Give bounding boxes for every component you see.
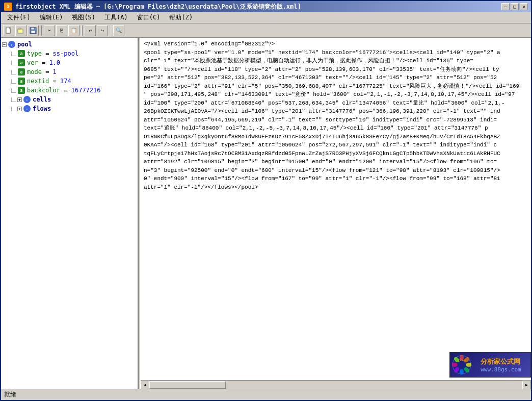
status-text: 就绪	[4, 390, 16, 399]
tree-panel[interactable]: − ε pool a type = ss-pool	[1, 38, 139, 389]
tree-attr-mode[interactable]: a mode = 1	[1, 67, 138, 77]
svg-text:ε: ε	[26, 98, 28, 102]
tree-node-cells[interactable]: + ε cells	[1, 95, 138, 104]
undo-button[interactable]: ↩	[85, 25, 96, 36]
svg-text:ε: ε	[11, 43, 13, 47]
cells-node-label: cells	[33, 96, 51, 103]
watermark-line1: 分析家公式网	[481, 357, 521, 366]
attr-backcolor-label: backcolor = 16777216	[27, 87, 101, 94]
attr-icon-nextid: a	[17, 77, 25, 85]
cells-node-icon: ε	[23, 95, 31, 104]
separator-2	[82, 26, 83, 36]
attr-mode-label: mode = 1	[27, 68, 57, 76]
watermark: 分析 家 分析家公式网 www.88gs.com	[449, 352, 531, 378]
separator-1	[41, 26, 42, 36]
titlebar-controls: — □ ✕	[501, 3, 528, 10]
menu-help[interactable]: 帮助(Z)	[165, 12, 197, 23]
watermark-logo-icon: 分析 家	[452, 355, 471, 374]
editor-panel: <?xml version="1.0" encoding="GB2312"?> …	[141, 38, 531, 389]
new-button[interactable]	[3, 25, 14, 36]
titlebar-left: X firstobject XML 编辑器 – [G:\Program File…	[4, 3, 301, 11]
watermark-line2: www.88gs.com	[481, 366, 521, 373]
attr-icon-type: a	[17, 49, 25, 58]
statusbar-status: 就绪	[4, 390, 16, 399]
scroll-right-button[interactable]: ▶	[522, 381, 531, 389]
tree-node-flows[interactable]: + ε flows	[1, 104, 138, 113]
root-node-label: pool	[17, 41, 32, 48]
copy-button[interactable]: ⎘	[56, 25, 67, 36]
redo-button[interactable]: ↪	[97, 25, 108, 36]
svg-text:ε: ε	[26, 107, 28, 111]
save-button[interactable]	[28, 25, 39, 36]
find-button[interactable]: 🔍	[113, 25, 124, 36]
tree-attr-ver[interactable]: a ver = 1.0	[1, 58, 138, 67]
pool-node-icon: ε	[8, 40, 16, 48]
attr-icon-backcolor: a	[17, 86, 25, 94]
tree-attr-type[interactable]: a type = ss-pool	[1, 49, 138, 58]
horizontal-scrollbar[interactable]: ◀ ▶	[141, 380, 531, 389]
toolbar: ✂ ⎘ 📋 ↩ ↪ 🔍	[1, 23, 531, 38]
scroll-thumb[interactable]	[149, 381, 226, 389]
scroll-track[interactable]	[149, 381, 522, 389]
cells-expand-icon[interactable]: +	[17, 97, 22, 102]
svg-rect-5	[31, 31, 35, 33]
attr-ver-label: ver = 1.0	[27, 59, 60, 66]
main-window: X firstobject XML 编辑器 – [G:\Program File…	[0, 0, 532, 401]
separator-3	[110, 26, 111, 36]
xml-editor[interactable]: <?xml version="1.0" encoding="GB2312"?> …	[141, 38, 531, 380]
window-title: firstobject XML 编辑器 – [G:\Program Files\…	[15, 3, 301, 11]
titlebar: X firstobject XML 编辑器 – [G:\Program File…	[1, 1, 531, 12]
flows-node-label: flows	[33, 105, 51, 112]
menu-window[interactable]: 窗口(C)	[133, 12, 165, 23]
tree-attr-backcolor[interactable]: a backcolor = 16777216	[1, 86, 138, 95]
paste-button[interactable]: 📋	[68, 25, 79, 36]
attr-icon-mode: a	[17, 68, 25, 76]
cut-button[interactable]: ✂	[44, 25, 55, 36]
root-expand-icon[interactable]: −	[2, 42, 7, 47]
attr-type-label: type = ss-pool	[27, 50, 78, 57]
statusbar: 就绪	[1, 389, 531, 400]
close-button[interactable]: ✕	[520, 3, 528, 10]
scroll-left-button[interactable]: ◀	[141, 381, 149, 389]
flows-expand-icon[interactable]: +	[17, 107, 22, 111]
flows-node-icon: ε	[23, 105, 31, 113]
svg-rect-4	[31, 28, 34, 30]
attr-nextid-label: nextid = 174	[27, 78, 71, 85]
app-icon: X	[4, 3, 12, 11]
menu-edit[interactable]: 编辑(E)	[36, 12, 67, 23]
svg-rect-2	[18, 29, 23, 33]
main-content: − ε pool a type = ss-pool	[1, 38, 531, 389]
menubar: 文件(F) 编辑(E) 视图(S) 工具(A) 窗口(C) 帮助(Z)	[1, 12, 531, 23]
restore-button[interactable]: □	[511, 3, 519, 10]
svg-point-23	[458, 361, 466, 369]
menu-view[interactable]: 视图(S)	[68, 12, 99, 23]
open-button[interactable]	[15, 25, 26, 36]
tree-attr-nextid[interactable]: a nextid = 174	[1, 77, 138, 86]
tree-root-node[interactable]: − ε pool	[1, 40, 138, 49]
attr-icon-ver: a	[17, 59, 25, 67]
menu-file[interactable]: 文件(F)	[3, 12, 35, 23]
minimize-button[interactable]: —	[501, 3, 510, 10]
menu-tools[interactable]: 工具(A)	[100, 12, 132, 23]
